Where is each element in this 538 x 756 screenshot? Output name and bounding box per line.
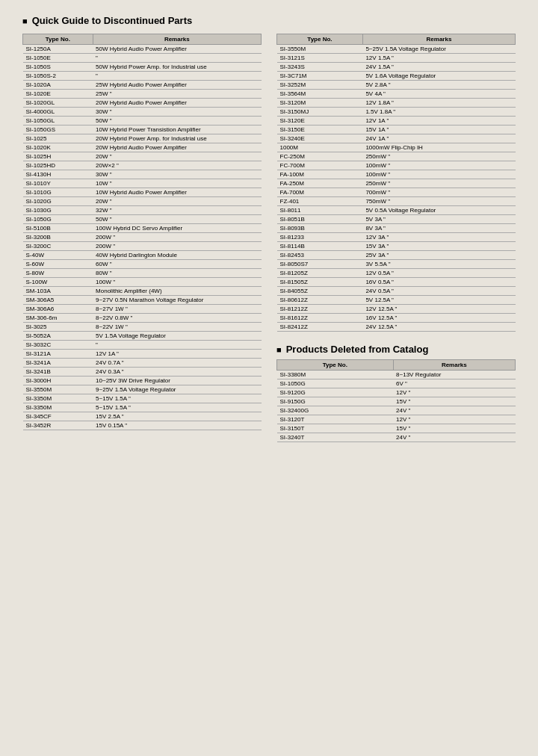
type-cell: SI-1025 (23, 134, 93, 143)
remarks-cell: 250mW " (362, 152, 515, 161)
remarks-cell: 100mW " (362, 161, 515, 170)
remarks-cell: 200W " (93, 233, 261, 242)
deleted-col-header-type: Type No. (277, 360, 394, 371)
table-row: SI-81505Z16V 0.5A " (277, 278, 516, 287)
table-row: FC-700M100mW " (277, 161, 516, 170)
remarks-cell: 50W " (93, 215, 261, 224)
table-row: SI-4130H30W " (23, 170, 262, 179)
table-row: SI-81205Z12V 0.5A " (277, 269, 516, 278)
table-row: SI-3120T12V " (277, 415, 516, 424)
remarks-cell: 15V 3A " (362, 242, 515, 251)
table-row: SI-3241A24V 0.7A " (23, 359, 262, 368)
right-column: Type No. Remarks SI-3550M5~25V 1.5A Volt… (276, 34, 516, 442)
remarks-cell: 25V 3A " (362, 251, 515, 260)
remarks-cell: 50W " (93, 117, 261, 126)
remarks-cell: 8~27V 1W " (93, 305, 261, 314)
type-cell: SI-3200C (23, 242, 93, 251)
type-cell: SI-4130H (23, 170, 93, 179)
remarks-cell: 10~25V 3W Drive Regulator (93, 377, 261, 385)
table-row: SI-3150E15V 1A " (277, 126, 516, 134)
type-cell: SI-81505Z (277, 278, 363, 287)
remarks-cell: 20W Hybrid Power Amp. for Industrial use (93, 134, 261, 143)
remarks-cell: 5~15V 1.5A " (93, 403, 261, 412)
remarks-cell: 30W " (93, 170, 261, 179)
remarks-cell: 20W " (93, 197, 261, 206)
table-row: SI-3452R15V 0.15A " (23, 421, 262, 430)
remarks-cell: 20W " (93, 152, 261, 161)
type-cell: SI-81212Z (277, 305, 363, 314)
type-cell: SI-1020K (23, 143, 93, 152)
type-cell: SI-3380M (277, 371, 394, 379)
remarks-cell: 80W " (93, 269, 261, 278)
type-cell: FA-100M (277, 170, 363, 179)
remarks-cell: 5V 1.5A Voltage Regulator (93, 332, 261, 341)
table-row: FC-250M250mW " (277, 152, 516, 161)
remarks-cell: " (93, 72, 261, 81)
type-cell: SI-3241B (23, 368, 93, 377)
type-cell: SI-3025 (23, 323, 93, 332)
type-cell: SI-82453 (277, 251, 363, 260)
table-row: SI-3200C200W " (23, 242, 262, 251)
remarks-cell: 20W Hybrid Audio Power Amplifier (93, 99, 261, 108)
type-cell: SI-1025HD (23, 161, 93, 170)
type-cell: SI-1050GS (23, 126, 93, 134)
table-row: SI-1020K20W Hybrid Audio Power Amplifier (23, 143, 262, 152)
remarks-cell: 16V 0.5A " (362, 278, 515, 287)
table-row: SI-8114B15V 3A " (277, 242, 516, 251)
table-row: SI-3120M12V 1.8A " (277, 99, 516, 108)
table-row: SI-3350M5~15V 1.5A " (23, 394, 262, 403)
remarks-cell: 30W " (93, 108, 261, 117)
table-row: SI-3C71M5V 1.6A Voltage Regulator (277, 72, 516, 81)
table-row: SI-3252M5V 2.8A " (277, 81, 516, 90)
remarks-cell: 3V 5.5A " (362, 260, 515, 269)
type-cell: SI-3150E (277, 126, 363, 134)
remarks-cell: 12V 1.5A " (362, 54, 515, 63)
type-cell: SI-3564M (277, 90, 363, 99)
type-cell: SI-8051B (277, 215, 363, 224)
type-cell: SI-3C71M (277, 72, 363, 81)
type-cell: S-60W (23, 260, 93, 269)
remarks-cell: 12V 1A " (93, 350, 261, 359)
remarks-cell: 8V 3A " (362, 224, 515, 233)
type-cell: SI-3252M (277, 81, 363, 90)
type-cell: SM-103A (23, 287, 93, 296)
deleted-section-title: Products Deleted from Catalog (276, 344, 516, 355)
remarks-cell: 5V 1.6A Voltage Regulator (362, 72, 515, 81)
table-row: SM-306A68~27V 1W " (23, 305, 262, 314)
type-cell: S-100W (23, 278, 93, 287)
type-cell: SI-3452R (23, 421, 93, 430)
table-row: SI-8051B5V 3A " (277, 215, 516, 224)
left-col-header-type: Type No. (23, 34, 93, 45)
table-row: SI-9120G12V " (277, 388, 516, 397)
left-col-header-remarks: Remarks (93, 34, 261, 45)
type-cell: FA-700M (277, 188, 363, 197)
left-column: Type No. Remarks SI-1250A50W Hybrid Audi… (22, 34, 262, 442)
type-cell: SI-3000H (23, 377, 93, 385)
remarks-cell: 9~25V 1.5A Voltage Regulator (93, 385, 261, 394)
type-cell: SI-1020A (23, 81, 93, 90)
remarks-cell: 15V " (393, 424, 515, 433)
type-cell: SI-1050G (277, 379, 394, 388)
table-row: SI-1030G32W " (23, 206, 262, 215)
remarks-cell: 15V 0.15A " (93, 421, 261, 430)
table-row: SM-306A59~27V 0.5N Marathon Voltage Regu… (23, 296, 262, 305)
remarks-cell: Monolithic Amplifier (4W) (93, 287, 261, 296)
page: Quick Guide to Discontinued Parts Type N… (0, 0, 538, 756)
remarks-cell: 40W Hybrid Darlington Module (93, 251, 261, 260)
table-row: SI-1050GL50W " (23, 117, 262, 126)
remarks-cell: 200W " (93, 242, 261, 251)
remarks-cell: 8~22V 1W " (93, 323, 261, 332)
type-cell: SI-1050E (23, 54, 93, 63)
remarks-cell: 5V 3A " (362, 215, 515, 224)
remarks-cell: 24V 1.5A " (362, 63, 515, 72)
table-row: SI-8050S73V 5.5A " (277, 260, 516, 269)
remarks-cell: 750mW " (362, 197, 515, 206)
table-row: SI-3000H10~25V 3W Drive Regulator (23, 377, 262, 385)
table-row: SI-1050GS10W Hybrid Power Transistion Am… (23, 126, 262, 134)
type-cell: SI-1050S-2 (23, 72, 93, 81)
table-row: FZ-401750mW " (277, 197, 516, 206)
remarks-cell: 6V " (393, 379, 515, 388)
table-row: SI-1020GL20W Hybrid Audio Power Amplifie… (23, 99, 262, 108)
type-cell: SI-3120E (277, 117, 363, 126)
deleted-table: Type No. Remarks SI-3380M8~13V Regulator… (276, 359, 516, 442)
